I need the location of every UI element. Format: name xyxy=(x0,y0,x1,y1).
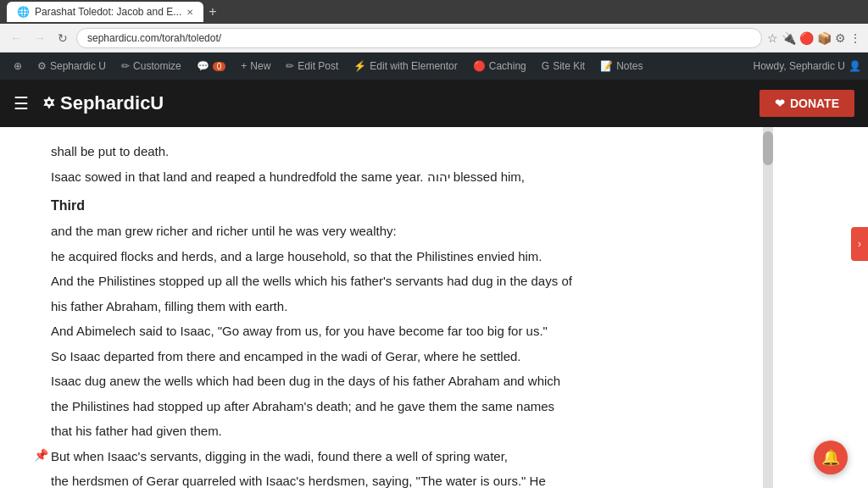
main-content: shall be put to death.Isaac sowed in tha… xyxy=(0,127,763,488)
wp-sitekit-item[interactable]: G Site Kit xyxy=(535,53,592,80)
wp-edit-post-item[interactable]: ✏ Edit Post xyxy=(279,53,345,80)
tab-bar: 🌐 Parashat Toledot: Jacob and E... ✕ + xyxy=(0,0,868,24)
content-text: And the Philistines stopped up all the w… xyxy=(51,270,712,292)
scrollbar-thumb[interactable] xyxy=(763,131,773,165)
wp-logo-item[interactable]: ⊕ xyxy=(7,53,29,80)
text-line: and the man grew richer and richer until… xyxy=(51,220,712,242)
content-area: shall be put to death.Isaac sowed in tha… xyxy=(0,127,868,488)
text-line: his father Abraham, filling them with ea… xyxy=(51,296,712,318)
new-tab-button[interactable]: + xyxy=(209,4,216,19)
scrollbar[interactable] xyxy=(763,127,773,488)
elementor-label: Edit with Elementor xyxy=(370,60,457,72)
content-text: Isaac dug anew the wells which had been … xyxy=(51,370,712,392)
wp-caching-item[interactable]: 🔴 Caching xyxy=(466,53,533,80)
content-text: shall be put to death. xyxy=(51,141,712,163)
browser-icons: ☆ 🔌 🔴 📦 ⚙ ⋮ xyxy=(767,31,861,45)
customize-label: Customize xyxy=(133,60,181,72)
new-icon: + xyxy=(241,60,247,72)
content-text: Isaac sowed in that land and reaped a hu… xyxy=(51,166,712,188)
pin-icon: 📌 xyxy=(34,446,48,466)
donate-button[interactable]: ❤ DONATE xyxy=(760,90,854,117)
wp-site-icon: ⚙ xyxy=(37,60,47,72)
text-line: Isaac dug anew the wells which had been … xyxy=(51,370,712,392)
wp-elementor-item[interactable]: ⚡ Edit with Elementor xyxy=(347,53,464,80)
new-label: New xyxy=(250,60,270,72)
content-text: But when Isaac's servants, digging in th… xyxy=(51,446,712,468)
back-button[interactable]: ← xyxy=(7,30,25,47)
text-line: shall be put to death. xyxy=(51,141,712,163)
bookmark-icon[interactable]: ☆ xyxy=(767,31,778,45)
tab-favicon: 🌐 xyxy=(17,6,30,18)
notes-icon: 📝 xyxy=(600,60,613,72)
notification-bell-button[interactable]: 🔔 xyxy=(814,441,848,474)
bell-icon: 🔔 xyxy=(821,448,840,467)
sitekit-icon: G xyxy=(542,60,549,72)
extension-icon-1[interactable]: 🔌 xyxy=(782,31,796,45)
reload-button[interactable]: ↻ xyxy=(54,30,71,47)
content-text: his father Abraham, filling them with ea… xyxy=(51,296,712,318)
wp-admin-bar: ⊕ ⚙ Sephardic U ✏ Customize 💬 0 + New ✏ … xyxy=(0,53,868,80)
side-notification[interactable]: › xyxy=(851,227,868,261)
wp-site-name-item[interactable]: ⚙ Sephardic U xyxy=(31,53,113,80)
caching-label: Caching xyxy=(489,60,526,72)
comments-badge: 0 xyxy=(213,62,226,71)
content-text: he acquired flocks and herds, and a larg… xyxy=(51,246,712,268)
text-line: So Isaac departed from there and encampe… xyxy=(51,346,712,368)
tab-close-button[interactable]: ✕ xyxy=(186,8,193,17)
browser-toolbar: ← → ↻ ☆ 🔌 🔴 📦 ⚙ ⋮ xyxy=(0,24,868,53)
comments-icon: 💬 xyxy=(197,60,209,72)
content-text: the herdsmen of Gerar quarreled with Isa… xyxy=(51,470,712,488)
text-line: that his father had given them. xyxy=(51,420,712,442)
howdy-text: Howdy, Sephardic U xyxy=(754,60,846,72)
site-logo: ✡ SephardicU xyxy=(42,92,164,114)
forward-button[interactable]: → xyxy=(31,30,49,47)
wp-customize-item[interactable]: ✏ Customize xyxy=(114,53,188,80)
content-text: that his father had given them. xyxy=(51,420,712,442)
text-line: he acquired flocks and herds, and a larg… xyxy=(51,246,712,268)
donate-label: DONATE xyxy=(790,97,839,110)
site-header: ☰ ✡ SephardicU ❤ DONATE xyxy=(0,80,868,127)
logo-icon: ✡ xyxy=(42,94,55,113)
text-line: And Abimelech said to Isaac, "Go away fr… xyxy=(51,320,712,342)
text-line: the Philistines had stopped up after Abr… xyxy=(51,396,712,418)
content-text: So Isaac departed from there and encampe… xyxy=(51,346,712,368)
notes-label: Notes xyxy=(616,60,643,72)
avatar: 👤 xyxy=(849,60,861,72)
url-bar[interactable] xyxy=(76,28,762,48)
caching-icon: 🔴 xyxy=(473,60,486,72)
extension-icon-3[interactable]: 📦 xyxy=(817,31,832,45)
sitekit-label: Site Kit xyxy=(553,60,585,72)
extension-icon-4[interactable]: ⚙ xyxy=(835,31,846,45)
wp-new-item[interactable]: + New xyxy=(234,53,277,80)
content-text: the Philistines had stopped up after Abr… xyxy=(51,396,712,418)
hamburger-menu-button[interactable]: ☰ xyxy=(14,93,29,114)
wp-howdy: Howdy, Sephardic U 👤 xyxy=(754,60,862,72)
text-line: the herdsmen of Gerar quarreled with Isa… xyxy=(51,470,712,488)
active-tab[interactable]: 🌐 Parashat Toledot: Jacob and E... ✕ xyxy=(7,2,203,22)
content-text: And Abimelech said to Isaac, "Go away fr… xyxy=(51,320,712,342)
wp-comments-item[interactable]: 💬 0 xyxy=(190,53,233,80)
elementor-icon: ⚡ xyxy=(353,60,366,72)
text-line: 📌But when Isaac's servants, digging in t… xyxy=(51,446,712,468)
wp-site-label: Sephardic U xyxy=(50,60,106,72)
tab-title: Parashat Toledot: Jacob and E... xyxy=(35,6,181,18)
edit-post-label: Edit Post xyxy=(298,60,338,72)
site-header-left: ☰ ✡ SephardicU xyxy=(14,92,164,114)
customize-icon: ✏ xyxy=(121,60,130,72)
extension-icon-2[interactable]: 🔴 xyxy=(799,31,814,45)
text-line: Isaac sowed in that land and reaped a hu… xyxy=(51,166,712,188)
edit-post-icon: ✏ xyxy=(286,60,294,72)
menu-icon[interactable]: ⋮ xyxy=(849,31,861,45)
wp-notes-item[interactable]: 📝 Notes xyxy=(593,53,649,80)
text-line: And the Philistines stopped up all the w… xyxy=(51,270,712,292)
content-text: and the man grew richer and richer until… xyxy=(51,220,712,242)
heart-icon: ❤ xyxy=(775,97,785,110)
wp-logo-icon: ⊕ xyxy=(14,60,22,72)
logo-text: SephardicU xyxy=(60,92,164,114)
section-heading: Third xyxy=(51,194,712,217)
